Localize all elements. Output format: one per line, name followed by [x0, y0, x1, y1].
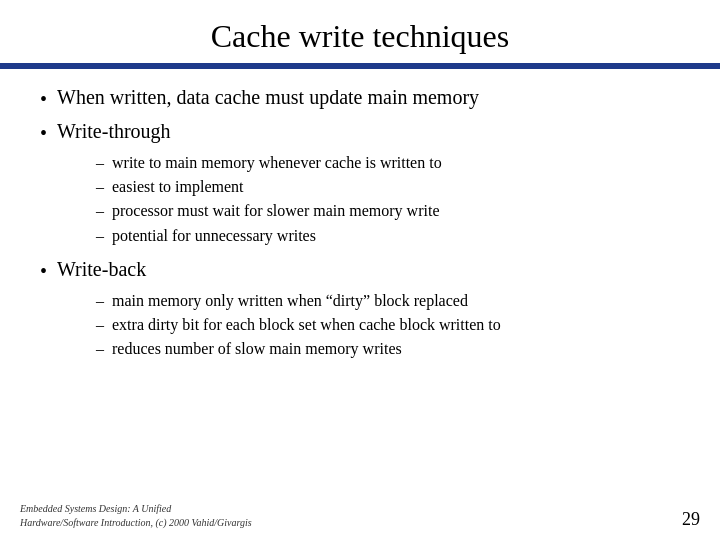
- sub-dash: –: [96, 289, 104, 312]
- sub-bullet-3-2: – reduces number of slow main memory wri…: [96, 337, 680, 360]
- bullet-text-2: Write-through: [57, 117, 171, 145]
- sub-bullet-3-1: – extra dirty bit for each block set whe…: [96, 313, 680, 336]
- bullet-text-3: Write-back: [57, 255, 146, 283]
- sub-bullet-text-3-0: main memory only written when “dirty” bl…: [112, 289, 468, 312]
- sub-dash: –: [96, 199, 104, 222]
- sub-bullet-3-0: – main memory only written when “dirty” …: [96, 289, 680, 312]
- bullet-item-1: • When written, data cache must update m…: [40, 83, 680, 113]
- sub-bullet-text-2-1: easiest to implement: [112, 175, 244, 198]
- bullet-dot-2: •: [40, 119, 47, 147]
- sub-bullet-text-3-2: reduces number of slow main memory write…: [112, 337, 402, 360]
- sub-bullet-2-2: – processor must wait for slower main me…: [96, 199, 680, 222]
- bullet-text-1: When written, data cache must update mai…: [57, 83, 479, 111]
- bullet-item-3: • Write-back: [40, 255, 680, 285]
- bullet-item-2: • Write-through: [40, 117, 680, 147]
- sub-bullet-2-3: – potential for unnecessary writes: [96, 224, 680, 247]
- footer-line-2: Hardware/Software Introduction, (c) 2000…: [20, 516, 252, 530]
- sub-dash: –: [96, 224, 104, 247]
- page-number: 29: [682, 509, 700, 530]
- sub-dash: –: [96, 175, 104, 198]
- bullet-dot-1: •: [40, 85, 47, 113]
- sub-dash: –: [96, 151, 104, 174]
- sub-bullet-text-2-2: processor must wait for slower main memo…: [112, 199, 439, 222]
- sub-bullet-text-2-3: potential for unnecessary writes: [112, 224, 316, 247]
- write-through-sub-bullets: – write to main memory whenever cache is…: [96, 151, 680, 247]
- footer-citation: Embedded Systems Design: A Unified Hardw…: [20, 502, 252, 530]
- sub-bullet-text-2-0: write to main memory whenever cache is w…: [112, 151, 442, 174]
- content-area: • When written, data cache must update m…: [0, 69, 720, 378]
- footer: Embedded Systems Design: A Unified Hardw…: [20, 502, 700, 530]
- footer-line-1: Embedded Systems Design: A Unified: [20, 502, 252, 516]
- slide: Cache write techniques • When written, d…: [0, 0, 720, 540]
- slide-title: Cache write techniques: [0, 0, 720, 63]
- sub-dash: –: [96, 337, 104, 360]
- bullet-dot-3: •: [40, 257, 47, 285]
- sub-bullet-2-1: – easiest to implement: [96, 175, 680, 198]
- sub-bullet-2-0: – write to main memory whenever cache is…: [96, 151, 680, 174]
- write-back-sub-bullets: – main memory only written when “dirty” …: [96, 289, 680, 361]
- sub-bullet-text-3-1: extra dirty bit for each block set when …: [112, 313, 501, 336]
- sub-dash: –: [96, 313, 104, 336]
